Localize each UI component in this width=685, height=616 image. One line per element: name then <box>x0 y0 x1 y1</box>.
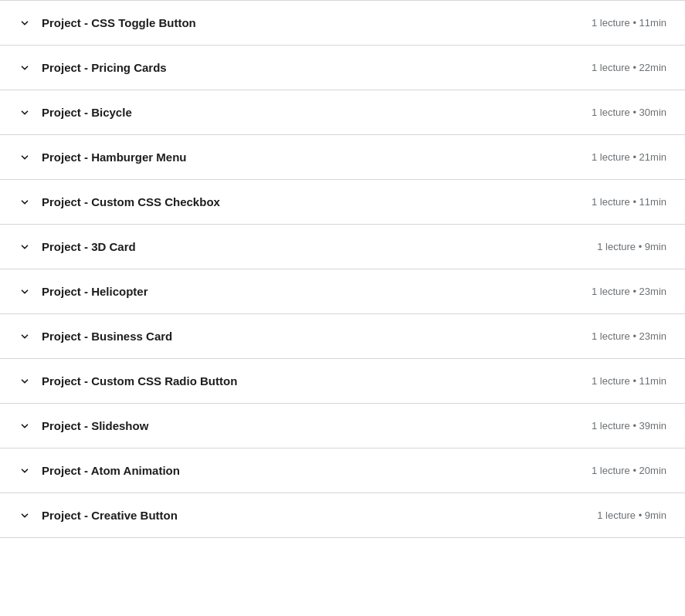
course-title: Project - Custom CSS Checkbox <box>42 194 220 210</box>
course-item-left: Project - 3D Card <box>19 239 136 255</box>
course-title: Project - Slideshow <box>42 418 148 434</box>
course-meta: 1 lecture • 20min <box>592 465 666 476</box>
course-item-left: Project - CSS Toggle Button <box>19 15 196 31</box>
course-item-slideshow[interactable]: Project - Slideshow1 lecture • 39min <box>0 404 685 448</box>
course-title: Project - 3D Card <box>42 239 136 255</box>
course-title: Project - Pricing Cards <box>42 59 167 76</box>
chevron-down-icon <box>19 330 31 343</box>
course-item-bicycle[interactable]: Project - Bicycle1 lecture • 30min <box>0 90 685 135</box>
course-meta: 1 lecture • 11min <box>592 17 666 29</box>
course-title: Project - Helicopter <box>42 283 148 300</box>
course-item-left: Project - Pricing Cards <box>19 59 167 76</box>
course-list: Project - CSS Toggle Button1 lecture • 1… <box>0 0 685 538</box>
chevron-down-icon <box>19 509 31 522</box>
course-item-left: Project - Hamburger Menu <box>19 149 187 165</box>
course-item-left: Project - Helicopter <box>19 283 148 300</box>
course-title: Project - Creative Button <box>42 507 178 523</box>
chevron-down-icon <box>19 62 31 74</box>
chevron-down-icon <box>19 420 31 432</box>
chevron-down-icon <box>19 465 31 477</box>
course-item-left: Project - Bicycle <box>19 104 132 120</box>
course-meta: 1 lecture • 9min <box>597 509 666 521</box>
chevron-down-icon <box>19 151 31 164</box>
chevron-down-icon <box>19 375 31 388</box>
course-item-left: Project - Custom CSS Checkbox <box>19 194 220 210</box>
course-item-left: Project - Slideshow <box>19 418 148 434</box>
course-meta: 1 lecture • 22min <box>592 62 666 73</box>
chevron-down-icon <box>19 107 31 119</box>
course-meta: 1 lecture • 23min <box>592 330 666 342</box>
course-meta: 1 lecture • 23min <box>592 286 666 297</box>
course-title: Project - Atom Animation <box>42 462 180 479</box>
course-item-custom-css-checkbox[interactable]: Project - Custom CSS Checkbox1 lecture •… <box>0 180 685 225</box>
course-meta: 1 lecture • 11min <box>592 375 666 387</box>
course-item-left: Project - Business Card <box>19 328 172 344</box>
course-item-pricing-cards[interactable]: Project - Pricing Cards1 lecture • 22min <box>0 46 685 90</box>
chevron-down-icon <box>19 196 31 208</box>
course-item-left: Project - Custom CSS Radio Button <box>19 373 237 389</box>
course-meta: 1 lecture • 39min <box>592 420 666 432</box>
chevron-down-icon <box>19 17 31 29</box>
chevron-down-icon <box>19 241 31 253</box>
course-title: Project - CSS Toggle Button <box>42 15 196 31</box>
course-item-atom-animation[interactable]: Project - Atom Animation1 lecture • 20mi… <box>0 448 685 493</box>
course-meta: 1 lecture • 30min <box>592 107 666 118</box>
course-title: Project - Bicycle <box>42 104 132 120</box>
course-item-left: Project - Atom Animation <box>19 462 180 479</box>
chevron-down-icon <box>19 286 31 298</box>
course-meta: 1 lecture • 9min <box>597 241 666 252</box>
course-item-hamburger-menu[interactable]: Project - Hamburger Menu1 lecture • 21mi… <box>0 135 685 180</box>
course-item-helicopter[interactable]: Project - Helicopter1 lecture • 23min <box>0 269 685 314</box>
course-title: Project - Business Card <box>42 328 172 344</box>
course-title: Project - Custom CSS Radio Button <box>42 373 237 389</box>
course-item-3d-card[interactable]: Project - 3D Card1 lecture • 9min <box>0 225 685 269</box>
course-item-business-card[interactable]: Project - Business Card1 lecture • 23min <box>0 314 685 359</box>
course-title: Project - Hamburger Menu <box>42 149 187 165</box>
course-item-custom-css-radio-button[interactable]: Project - Custom CSS Radio Button1 lectu… <box>0 359 685 404</box>
course-item-left: Project - Creative Button <box>19 507 178 523</box>
course-item-creative-button[interactable]: Project - Creative Button1 lecture • 9mi… <box>0 493 685 538</box>
course-meta: 1 lecture • 21min <box>592 151 666 163</box>
course-meta: 1 lecture • 11min <box>592 196 666 208</box>
course-item-css-toggle-button[interactable]: Project - CSS Toggle Button1 lecture • 1… <box>0 1 685 46</box>
